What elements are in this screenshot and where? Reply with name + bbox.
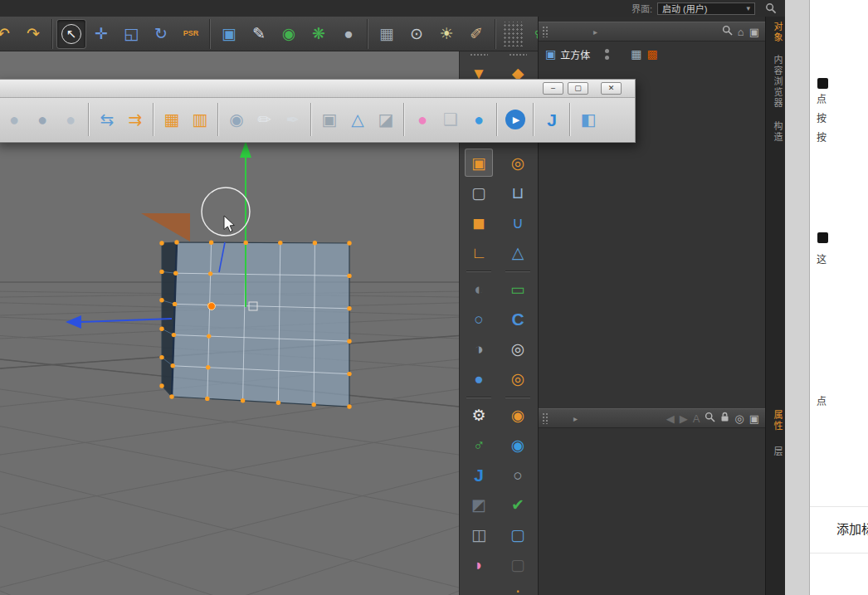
gear-icon[interactable]: ⚙ [465,401,493,429]
attribute-manager[interactable] [539,428,765,595]
metaball-icon[interactable]: ● [334,20,363,48]
orange-grid-icon-2[interactable]: ▥ [186,105,214,134]
arc-arrow-icon[interactable]: C [504,305,532,333]
shading-sphere-icon[interactable]: ◐ [465,275,493,303]
object-row-cube[interactable]: ▣ 立方体 ▦ ▩ [545,46,658,61]
pink-sphere-icon[interactable]: ● [408,105,436,134]
check-sphere-icon[interactable]: ✔ [504,490,532,519]
flow-arrows-icon[interactable]: ⇉ [121,105,149,134]
material-pen-icon[interactable]: ✐ [462,20,490,48]
isoparm-sphere-icon[interactable]: ◑ [465,334,493,363]
point-selection-tag-icon[interactable]: ▩ [646,48,657,60]
visibility-toggles[interactable] [605,49,609,60]
subdivision-surface-icon[interactable]: ◉ [275,20,303,48]
target-icon[interactable]: ◎ [734,413,744,424]
sphere-brush-icon-2[interactable]: ● [28,105,56,134]
clone-stack-icon[interactable]: ❑ [436,105,465,134]
phong-tag-icon[interactable]: ▦ [631,48,641,60]
magnet-icon[interactable]: ∪ [504,208,532,237]
edge-mode-icon[interactable]: ▢ [465,178,493,207]
play-icon[interactable]: ▶ [501,105,529,134]
field-green-icon-1[interactable]: ❀ [527,20,538,48]
measure-icon[interactable]: △ [504,238,532,266]
arrange-icon[interactable]: A [693,413,700,424]
palette-grip-icon[interactable] [470,53,488,57]
lock-icon[interactable] [720,411,729,426]
scale-tool-icon[interactable]: ◱ [117,20,145,48]
interface-dropdown[interactable]: 启动 (用户) ▾ [657,2,755,15]
tab-content-browser[interactable]: 内容浏览器 [771,55,784,109]
tab-objects[interactable]: 对象 [771,22,784,43]
object-name[interactable]: 立方体 [560,47,590,61]
globe-orange-icon[interactable]: ◉ [504,401,532,429]
dock-frame-icon[interactable]: ▣ [749,413,759,424]
render-visibility-dot[interactable] [605,56,609,60]
dark-cube-icon[interactable]: ◩ [465,490,493,519]
maximize-button[interactable]: ▢ [568,82,588,95]
wire-cube-icon[interactable]: ▢ [504,520,532,549]
close-button[interactable]: ✕ [601,82,622,95]
axis-mode-icon[interactable]: ∟ [465,238,493,266]
dot-sphere-icon[interactable]: ● [465,364,493,393]
history-back-icon[interactable]: ◀ [666,413,675,424]
snap-icon[interactable]: ◎ [504,334,532,363]
knife-icon[interactable]: ✏ [251,105,279,134]
palette-grip-icon[interactable] [509,53,527,57]
workplane-icon[interactable]: ▭ [504,275,532,303]
stamp-cube-icon[interactable]: ▣ [315,105,344,134]
spline-pen-icon[interactable]: ✎ [245,20,273,48]
undo-icon[interactable]: ↶ [0,20,17,48]
history-forward-icon[interactable]: ▶ [680,413,688,424]
move-tool-icon[interactable]: ✛ [87,20,115,48]
editor-visibility-dot[interactable] [605,49,609,53]
search-icon[interactable] [722,24,733,39]
cloner-icon[interactable]: ❋ [305,20,333,48]
slide-cube-icon[interactable]: ◪ [372,105,400,134]
polygon-mode-icon[interactable]: ◼ [465,208,493,237]
home-icon[interactable]: ⌂ [738,27,744,37]
axis-snap-icon[interactable]: ◎ [504,364,532,393]
camera-icon[interactable]: ⊙ [402,20,431,48]
align-arrows-icon[interactable]: ⇆ [93,105,121,134]
cube-stack-icon[interactable]: ◧ [574,105,602,134]
light-icon[interactable]: ☀ [432,20,461,48]
delete-icon[interactable]: ⊔ [504,178,532,207]
pink-white-sphere-icon[interactable]: ◗ [465,550,493,578]
weight-cone-icon[interactable]: △ [344,105,372,134]
rotate-tool-icon[interactable]: ↻ [147,20,175,48]
ring-tool-icon[interactable]: ◎ [504,149,532,177]
panel-grip-icon[interactable] [542,412,549,424]
globe-blue-icon[interactable]: ◉ [504,431,532,459]
tab-attributes[interactable]: 属性 [771,410,784,432]
search-icon[interactable] [760,2,782,14]
character-icon[interactable]: ♂ [465,431,493,459]
pipe-tool-icon[interactable]: J [465,461,493,489]
wire-sphere-icon[interactable]: ○ [465,305,493,333]
sphere-brush-icon-1[interactable]: ● [0,105,28,134]
minimize-button[interactable]: – [543,82,563,95]
menu-overflow-arrow-icon[interactable]: ▸ [571,414,580,423]
dock-frame-icon[interactable]: ▣ [749,27,759,37]
pipe-icon[interactable]: J [538,105,566,134]
cube-primitive-icon[interactable]: ▣ [215,20,243,48]
point-sphere-icon[interactable]: ◉ [222,105,251,134]
blue-sphere-icon[interactable]: ● [465,105,493,134]
redo-icon[interactable]: ↷ [19,20,47,48]
orange-grid-icon-1[interactable]: ▦ [158,105,186,134]
panel-grip-icon[interactable] [542,26,549,37]
menu-overflow-arrow-icon[interactable]: ▸ [591,27,600,37]
search-icon[interactable] [705,411,715,426]
line-cut-icon[interactable]: ✒ [279,105,307,134]
sphere-brush-icon-3[interactable]: ● [56,105,85,134]
point-mode-icon[interactable]: ▣ [465,149,493,177]
cube-arrow-icon[interactable]: ◫ [465,520,493,549]
tab-layers[interactable]: 层 [771,446,784,457]
psr-icon[interactable]: PSR [177,20,205,48]
tab-construction[interactable]: 构造 [771,121,784,143]
live-selection-icon[interactable]: ↖ [57,20,85,48]
floating-window-titlebar[interactable]: – ▢ ✕ [0,80,635,98]
wire-globe-icon[interactable]: ○ [504,461,532,489]
ghost-cube-icon[interactable]: ▢ [504,550,532,578]
floor-icon[interactable]: ▦ [373,20,401,48]
warning-dots-icon[interactable]: ∴ [504,580,532,595]
